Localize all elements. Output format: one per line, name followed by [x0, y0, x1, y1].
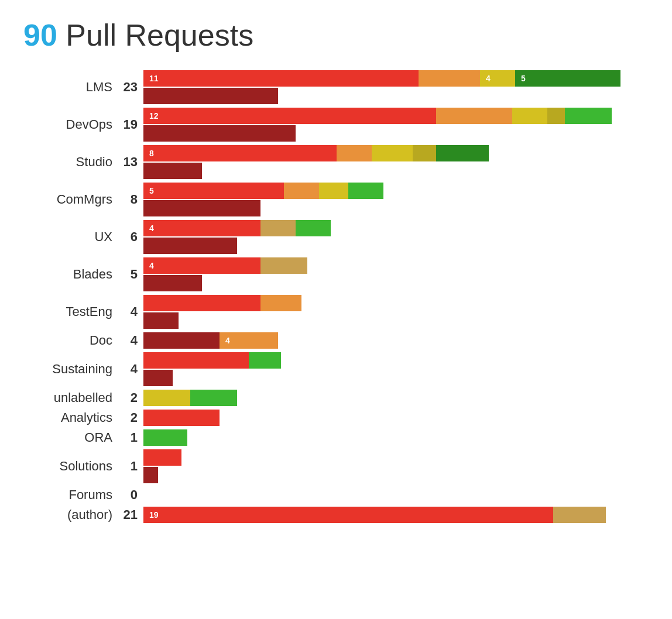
row-label: TestEng: [35, 304, 117, 319]
bar-segment: [372, 145, 413, 161]
row-count: 4: [117, 304, 143, 319]
bar-segment: [143, 390, 190, 406]
bar-group: [143, 410, 649, 426]
bar-segment: [143, 429, 187, 446]
bar-group: 4: [143, 257, 649, 274]
bar-group: [143, 370, 649, 386]
bar-segment: [249, 352, 281, 369]
chart-row: (author)2119: [35, 507, 649, 523]
row-label: DevOps: [35, 117, 117, 132]
bar-segment: [143, 467, 158, 483]
bar-group: [143, 449, 649, 466]
bar-segment: 19: [143, 507, 553, 523]
row-count: 4: [117, 333, 143, 348]
bar-segment: [143, 295, 260, 311]
chart-row: Forums0: [35, 487, 649, 503]
row-label: Sustaining: [35, 362, 117, 377]
bar-segment: [512, 108, 547, 124]
bar-segment: [319, 183, 348, 199]
row-count: 21: [117, 507, 143, 522]
bar-segment: 4: [143, 220, 260, 236]
bar-segment: [143, 275, 202, 291]
bar-group: [143, 275, 649, 291]
bars-wrapper: [143, 449, 649, 483]
bar-segment: [190, 390, 237, 406]
row-label: unlabelled: [35, 390, 117, 405]
bar-group: 5: [143, 183, 649, 199]
bars-wrapper: 12: [143, 108, 649, 142]
row-count: 19: [117, 117, 143, 132]
bar-segment: [260, 295, 301, 311]
row-label: ComMgrs: [35, 192, 117, 207]
chart-row: TestEng4: [35, 295, 649, 329]
bars-wrapper: [143, 429, 649, 446]
chart-row: UX64: [35, 220, 649, 254]
row-count: 1: [117, 459, 143, 474]
bar-group: [143, 238, 649, 254]
bar-segment: [436, 108, 512, 124]
bar-segment: [143, 410, 220, 426]
bar-segment: 11: [143, 70, 419, 87]
bar-segment: [143, 370, 173, 386]
chart-row: Studio138: [35, 145, 649, 179]
bar-segment: [143, 200, 260, 216]
row-label: (author): [35, 507, 117, 522]
row-label: Forums: [35, 487, 117, 503]
row-count: 13: [117, 154, 143, 170]
page-title: 90 Pull Requests: [23, 18, 649, 53]
segment-label: 12: [147, 111, 161, 121]
row-label: LMS: [35, 80, 117, 95]
bars-wrapper: 4: [143, 332, 649, 349]
chart-row: DevOps1912: [35, 108, 649, 142]
chart-row: ComMgrs85: [35, 183, 649, 216]
bars-wrapper: 4: [143, 257, 649, 291]
chart-row: Blades54: [35, 257, 649, 291]
bar-group: [143, 390, 649, 406]
title-label: Pull Requests: [66, 18, 253, 52]
row-label: Analytics: [35, 410, 117, 425]
bar-group: [143, 200, 649, 216]
bar-segment: [284, 183, 319, 199]
chart-row: ORA1: [35, 429, 649, 446]
bar-segment: [436, 145, 489, 161]
bar-group: [143, 352, 649, 369]
bar-segment: 4: [480, 70, 515, 87]
row-label: Studio: [35, 154, 117, 170]
chart-row: LMS231145: [35, 70, 649, 104]
segment-label: 5: [147, 186, 156, 195]
row-label: Solutions: [35, 459, 117, 474]
bar-group: [143, 88, 649, 104]
bar-group: 1145: [143, 70, 649, 87]
bar-segment: [565, 108, 612, 124]
bars-wrapper: [143, 487, 649, 503]
row-count: 1: [117, 430, 143, 445]
row-count: 2: [117, 390, 143, 405]
bar-segment: [143, 88, 278, 104]
row-label: Blades: [35, 267, 117, 282]
bars-wrapper: [143, 410, 649, 426]
bar-segment: 5: [143, 183, 284, 199]
segment-label: 8: [147, 149, 156, 158]
bars-wrapper: 8: [143, 145, 649, 179]
total-count: 90: [23, 18, 57, 52]
bar-segment: [553, 507, 606, 523]
bars-wrapper: 4: [143, 220, 649, 254]
segment-label: 11: [147, 74, 161, 83]
row-count: 8: [117, 192, 143, 207]
segment-label: 19: [147, 510, 161, 520]
bar-group: [143, 125, 649, 142]
bar-segment: [296, 220, 331, 236]
chart-row: Doc44: [35, 332, 649, 349]
chart-row: Analytics2: [35, 410, 649, 426]
segment-label: 4: [147, 223, 156, 233]
bar-group: 4: [143, 332, 649, 349]
segment-label: 4: [484, 74, 493, 83]
bar-segment: 5: [515, 70, 620, 87]
bars-wrapper: [143, 390, 649, 406]
bar-segment: [143, 125, 296, 142]
bar-segment: 8: [143, 145, 337, 161]
segment-label: 5: [519, 74, 528, 83]
row-label: ORA: [35, 430, 117, 445]
bar-segment: 4: [220, 332, 278, 349]
bar-segment: [413, 145, 436, 161]
